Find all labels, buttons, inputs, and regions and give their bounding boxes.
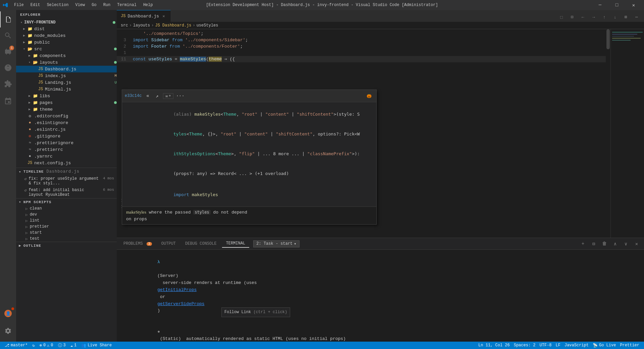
status-language[interactable]: JavaScript	[562, 342, 591, 349]
menu-go[interactable]: Go	[89, 2, 99, 8]
npm-item-test[interactable]: ▷ test	[16, 236, 117, 242]
tooltip-add-comment[interactable]: ✉+	[163, 93, 173, 99]
status-git-branch[interactable]: ⎇ master*	[3, 342, 30, 349]
status-liveshare[interactable]: 👥 Live Share	[79, 342, 114, 349]
tree-item-nextconfig[interactable]: JS next.config.js	[16, 160, 117, 166]
item-label-landing: Landing.js	[45, 80, 113, 85]
file-icon-eslintrc: ●	[27, 127, 33, 132]
status-spaces[interactable]: Spaces: 2	[512, 342, 538, 349]
breadcrumb-file[interactable]: JS Dashboard.js	[155, 23, 191, 28]
status-go-live[interactable]: 📡 Go Live	[591, 342, 618, 349]
tree-item-node-modules[interactable]: ▶ 📁 node_modules	[16, 32, 117, 39]
close-button[interactable]: ✕	[626, 0, 641, 10]
activity-remote[interactable]	[0, 93, 16, 109]
status-encoding[interactable]: UTF-8	[538, 342, 554, 349]
tab-close-dashboard[interactable]: ✕	[161, 13, 166, 19]
activity-git[interactable]: 1	[0, 44, 16, 60]
activity-settings[interactable]	[0, 323, 16, 339]
maximize-button[interactable]: □	[609, 0, 625, 10]
timeline-entry-2[interactable]: ↺ feat: add initial basic layout RyuukiB…	[16, 187, 117, 198]
editor-toolbar-forward[interactable]: →	[589, 12, 598, 22]
tree-item-layouts[interactable]: ▾ 📂 layouts	[16, 59, 117, 66]
tab-debug-console[interactable]: DEBUG CONSOLE	[181, 240, 221, 247]
editor-toolbar-back[interactable]: ←	[578, 12, 588, 22]
timeline-entry-1[interactable]: ↺ fix: proper useStyle argument & fix st…	[16, 175, 117, 187]
status-info[interactable]: ⓘ 3	[56, 342, 68, 349]
editor-toolbar-more[interactable]: ⋯	[632, 12, 641, 22]
menu-help[interactable]: Help	[141, 2, 156, 8]
minimize-button[interactable]: ─	[592, 0, 608, 10]
menu-view[interactable]: View	[72, 2, 88, 8]
terminal-task-selector[interactable]: 2: Task - start ▾	[253, 240, 299, 247]
editor-toolbar-split[interactable]: ⊟	[568, 12, 577, 22]
editor-toolbar-up[interactable]: ↑	[600, 12, 609, 22]
tree-item-theme[interactable]: ▶ 📁 theme	[16, 106, 117, 113]
tree-item-eslintrc[interactable]: ● .eslintrc.js	[16, 126, 117, 133]
status-position[interactable]: Ln 11, Col 26	[476, 342, 512, 349]
tooltip-more[interactable]: ···	[176, 93, 184, 99]
status-sync[interactable]: ↻	[30, 342, 37, 349]
tree-item-src[interactable]: ▾ 📂 src	[16, 46, 117, 52]
tab-output[interactable]: OUTPUT	[157, 240, 180, 247]
editor-toolbar-layout[interactable]: ⊞	[621, 12, 631, 22]
status-errors[interactable]: ⊗ 0 ⚠ 0	[38, 342, 55, 349]
tab-dashboard[interactable]: JS Dashboard.js ✕	[117, 10, 171, 22]
npm-item-clean[interactable]: ▷ clean	[16, 206, 117, 212]
tree-item-dashboard[interactable]: JS Dashboard.js	[16, 66, 117, 72]
menu-edit[interactable]: Edit	[28, 2, 43, 8]
activity-debug[interactable]	[0, 60, 16, 76]
npm-item-prettier[interactable]: ▷ prettier	[16, 224, 117, 230]
tree-item-minimal[interactable]: JS Minimal.js	[16, 86, 117, 93]
tree-item-libs[interactable]: ▶ 📁 libs	[16, 93, 117, 99]
menu-selection[interactable]: Selection	[44, 2, 71, 8]
term-link-getserversideprops[interactable]: getServerSideProps	[157, 301, 204, 306]
term-link-getinitialprops[interactable]: getInitialProps	[157, 287, 197, 292]
tree-root[interactable]: ▾ INVY-FRONTEND	[16, 19, 117, 25]
npm-scripts-header[interactable]: ▾ NPM SCRIPTS	[16, 198, 117, 206]
menu-run[interactable]: Run	[101, 2, 113, 8]
panel-trash-button[interactable]: 🗑	[600, 239, 609, 248]
npm-item-lint[interactable]: ▷ lint	[16, 218, 117, 224]
panel-split-button[interactable]: ⊟	[589, 239, 598, 248]
tab-problems[interactable]: PROBLEMS 3	[119, 240, 156, 247]
outline-header[interactable]: ▶ OUTLINE	[16, 242, 117, 249]
activity-search[interactable]	[0, 27, 16, 44]
tree-item-pages[interactable]: ▶ 📁 pages	[16, 99, 117, 106]
tree-item-prettierrc[interactable]: ≈ .prettierrc	[16, 146, 117, 153]
status-eol[interactable]: LF	[554, 342, 562, 349]
panel-close-button[interactable]: ✕	[632, 239, 641, 248]
tree-item-gitignore[interactable]: ⊙ .gitignore	[16, 133, 117, 139]
panel-add-button[interactable]: +	[578, 239, 588, 248]
breadcrumb-layouts[interactable]: layouts	[133, 23, 150, 28]
npm-item-dev[interactable]: ▷ dev	[16, 212, 117, 218]
activity-accounts[interactable]: 👤	[0, 305, 16, 322]
editor-toolbar-icon-1[interactable]: ⬚	[557, 12, 566, 22]
tree-item-eslintignore[interactable]: ● .eslintignore	[16, 119, 117, 126]
tree-item-prettierignore[interactable]: ≈ .prettierignore	[16, 139, 117, 146]
menu-file[interactable]: File	[11, 2, 26, 8]
tab-terminal[interactable]: TERMINAL	[222, 240, 250, 248]
breadcrumb-usestyles[interactable]: useStyles	[197, 23, 218, 28]
panel-up-button[interactable]: ∧	[610, 239, 620, 248]
tooltip-nav-prev[interactable]: «	[144, 93, 151, 99]
tree-item-public[interactable]: ▶ 📁 public	[16, 39, 117, 46]
status-cloud[interactable]: ☁ 1	[68, 342, 78, 349]
npm-item-start[interactable]: ▷ start	[16, 230, 117, 236]
editor-scroll-thumb[interactable]	[606, 29, 610, 49]
timeline-header[interactable]: ▾ TIMELINE Dashboard.js	[16, 168, 117, 175]
editor-scrollbar[interactable]	[606, 29, 610, 238]
tree-item-landing[interactable]: JS Landing.js U	[16, 79, 117, 86]
tooltip-nav-next[interactable]: ↗	[154, 93, 160, 99]
menu-terminal[interactable]: Terminal	[114, 2, 139, 8]
editor-toolbar-down[interactable]: ↓	[610, 12, 620, 22]
tree-item-yarnrc[interactable]: ● .yarnrc	[16, 153, 117, 160]
tree-item-editorconfig[interactable]: ⚙ .editorconfig	[16, 113, 117, 119]
tree-item-dist[interactable]: ▶ 📁 dist	[16, 25, 117, 32]
breadcrumb-src[interactable]: src	[121, 23, 128, 28]
activity-explorer[interactable]	[0, 11, 16, 27]
panel-down-button[interactable]: ∨	[621, 239, 631, 248]
activity-extensions[interactable]	[0, 76, 16, 92]
tree-item-components[interactable]: ▶ 📁 components	[16, 52, 117, 59]
status-prettier[interactable]: Prettier	[618, 342, 641, 349]
tree-item-index[interactable]: JS index.js M	[16, 72, 117, 79]
